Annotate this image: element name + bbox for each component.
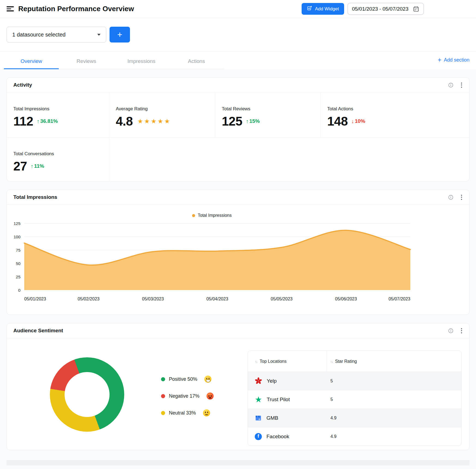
trend-up-icon: ↑ [246, 118, 248, 124]
grinning-face-emoji-icon [204, 376, 211, 383]
area-chart-svg [24, 223, 410, 290]
sentiment-legend: Positive 50% Negative 17% Neutral 33% [161, 372, 214, 416]
table-row-gmb: G GMB 4.9 [248, 409, 461, 427]
legend-dot-icon [161, 394, 165, 398]
activity-card-header: Activity [7, 78, 469, 93]
tab-actions[interactable]: Actions [169, 54, 224, 69]
impressions-card-title: Total Impressions [13, 194, 57, 200]
datasource-select-label: 1 datasource selected [12, 32, 66, 38]
info-icon[interactable] [448, 195, 453, 200]
sentiment-body: Positive 50% Negative 17% Neutral 33% [7, 338, 469, 450]
info-icon[interactable] [448, 83, 453, 88]
column-header-top-locations[interactable]: ↑↓ Top Locations [248, 351, 327, 371]
add-datasource-button[interactable]: + [110, 27, 130, 42]
table-row-yelp: Yelp 5 [248, 371, 461, 390]
add-widget-label: Add Widget [315, 6, 339, 12]
column-label: Star Rating [335, 359, 357, 364]
date-range-value: 05/01/2023 - 05/07/2023 [352, 6, 408, 12]
metric-delta: 10% [355, 118, 365, 124]
tab-impressions[interactable]: Impressions [114, 54, 169, 69]
total-impressions-card: Total Impressions Total Impressions 125 … [7, 190, 469, 315]
area-chart-plot [24, 223, 410, 290]
angry-face-emoji-icon [207, 392, 214, 400]
add-widget-button[interactable]: Add Widget [302, 3, 344, 15]
tab-overview[interactable]: Overview [4, 54, 59, 69]
trend-down-icon: ↓ [351, 118, 354, 124]
sentiment-donut-chart [50, 357, 124, 432]
tab-reviews[interactable]: Reviews [59, 54, 114, 69]
donut-hole [65, 372, 110, 417]
plus-icon: + [438, 57, 441, 63]
table-header-row: ↑↓ Top Locations ↑↓ Star Rating [248, 351, 461, 371]
header-actions: Add Widget 05/01/2023 - 05/07/2023 [302, 3, 424, 15]
audience-sentiment-card: Audience Sentiment Positive 50% [7, 323, 469, 450]
locations-rating-table: ↑↓ Top Locations ↑↓ Star Rating [248, 351, 462, 446]
sort-icon: ↑↓ [330, 360, 333, 364]
sentiment-card-title: Audience Sentiment [13, 328, 63, 334]
legend-label: Positive 50% [169, 376, 197, 382]
trend-up-icon: ↑ [37, 118, 40, 124]
column-label: Top Locations [260, 359, 287, 364]
metric-label: Total Conversations [13, 151, 109, 157]
tabs-group: Overview Reviews Impressions Actions [4, 54, 224, 69]
metrics-empty-cell [109, 138, 469, 181]
add-section-label: Add section [444, 57, 469, 63]
date-range-picker[interactable]: 05/01/2023 - 05/07/2023 [347, 3, 424, 15]
metric-total-actions: Total Actions 148 ↓10% [321, 93, 469, 138]
chart-legend-item[interactable]: Total Impressions [13, 213, 410, 218]
impressions-card-header: Total Impressions [7, 190, 469, 205]
info-icon[interactable] [448, 328, 453, 333]
legend-item-negative: Negative 17% [161, 392, 214, 400]
metric-total-conversations: Total Conversations 27 ↑11% [7, 138, 109, 181]
datasource-bar: 1 datasource selected + [0, 18, 476, 51]
metric-delta: 36.81% [40, 118, 58, 124]
metric-label: Average Rating [116, 106, 215, 112]
metric-total-impressions: Total Impressions 112 ↑36.81% [7, 93, 109, 138]
metric-value: 4.8 [116, 115, 133, 127]
trustpilot-icon: ★ [255, 395, 262, 404]
calendar-icon [413, 6, 419, 12]
trend-up-icon: ↑ [31, 163, 33, 169]
kebab-menu-icon[interactable] [460, 194, 463, 200]
metric-value: 125 [222, 115, 242, 127]
add-section-button[interactable]: + Add section [438, 57, 470, 63]
main-content: Activity Total Impressions 112 ↑36.81% A… [0, 69, 476, 465]
facebook-icon: f [255, 433, 262, 440]
activity-card: Activity Total Impressions 112 ↑36.81% A… [7, 77, 469, 181]
kebab-menu-icon[interactable] [460, 328, 463, 334]
location-name: GMB [266, 415, 278, 421]
plus-icon: + [117, 30, 122, 40]
metric-label: Total Actions [327, 106, 469, 112]
sort-icon: ↑↓ [255, 360, 257, 364]
bottom-strip [7, 460, 469, 465]
metric-delta: 15% [249, 118, 260, 124]
sentiment-card-header: Audience Sentiment [7, 323, 469, 338]
kebab-menu-icon[interactable] [460, 82, 463, 88]
rating-value: 5 [327, 397, 461, 402]
metric-value: 27 [13, 160, 27, 172]
location-name: Yelp [267, 378, 277, 384]
menu-icon[interactable] [7, 6, 14, 11]
legend-item-neutral: Neutral 33% [161, 409, 214, 416]
impressions-chart: Total Impressions 125 100 75 50 25 0 [7, 213, 469, 315]
table-row-trustpilot: ★ Trust Pilot 5 [248, 390, 461, 409]
x-axis-labels: 05/01/2023 05/02/2023 05/03/2023 05/04/2… [24, 297, 410, 303]
chevron-down-icon [97, 34, 101, 36]
datasource-select[interactable]: 1 datasource selected [7, 27, 106, 42]
metric-value: 112 [13, 115, 33, 127]
table-row-facebook: f Facebook 4.9 [248, 427, 461, 446]
metric-average-rating: Average Rating 4.8 ★★★★★ [109, 93, 215, 138]
column-header-star-rating[interactable]: ↑↓ Star Rating [327, 351, 461, 371]
metric-delta: 11% [34, 163, 44, 169]
legend-dot-icon [192, 214, 195, 217]
section-tabs-bar: Overview Reviews Impressions Actions + A… [0, 51, 476, 69]
page-title: Reputation Performance Overview [18, 5, 134, 13]
legend-label: Negative 17% [169, 393, 199, 399]
activity-metrics-grid: Total Impressions 112 ↑36.81% Average Ra… [7, 93, 469, 181]
gmb-icon: G [255, 415, 262, 422]
top-header: Reputation Performance Overview Add Widg… [0, 0, 476, 18]
legend-label: Neutral 33% [169, 410, 196, 416]
neutral-face-emoji-icon [203, 409, 210, 416]
legend-item-positive: Positive 50% [161, 376, 214, 383]
metric-value: 148 [327, 115, 348, 127]
